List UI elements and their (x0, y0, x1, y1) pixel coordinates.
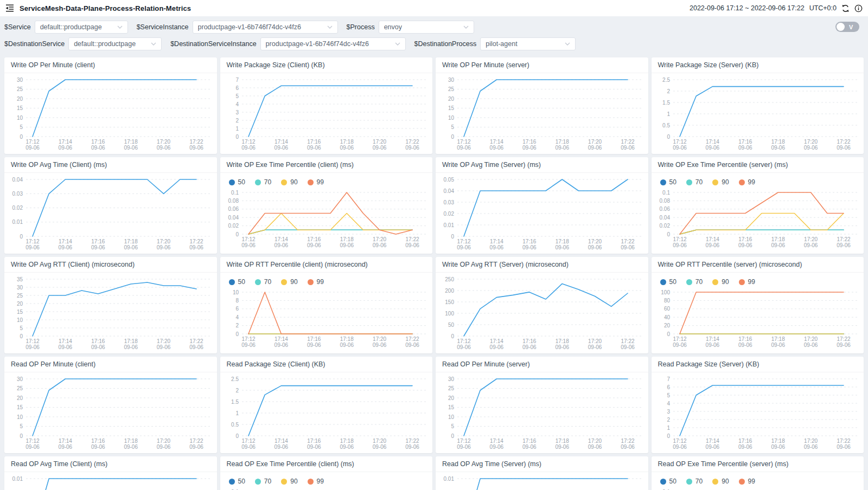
legend-item[interactable]: 90 (712, 478, 729, 485)
line-chart[interactable]: 0510152025303517:1209-0617:1409-0617:160… (8, 274, 213, 351)
svg-text:5: 5 (667, 392, 670, 398)
legend-item[interactable]: 90 (281, 478, 297, 485)
svg-text:17:20: 17:20 (373, 336, 386, 342)
svg-text:5: 5 (451, 124, 454, 130)
svg-text:0.01: 0.01 (444, 222, 455, 228)
line-chart[interactable]: 00.010.020.030.0417:1209-0617:1409-0617:… (8, 174, 213, 251)
line-chart[interactable]: 05101520253017:1209-0617:1409-0617:1609-… (8, 373, 213, 450)
svg-text:17:16: 17:16 (522, 238, 536, 244)
legend-item[interactable]: 70 (686, 178, 703, 186)
svg-text:17:18: 17:18 (556, 438, 569, 444)
view-mode-toggle[interactable]: V (835, 22, 859, 32)
legend-item[interactable]: 50 (660, 178, 676, 186)
legend-item[interactable]: 99 (308, 278, 324, 286)
legend-item[interactable]: 70 (255, 178, 271, 186)
line-chart[interactable]: 00.020.040.060.080.117:1209-0617:1409-06… (224, 486, 429, 490)
svg-text:0.01: 0.01 (12, 476, 23, 482)
svg-text:09-06: 09-06 (307, 342, 321, 348)
time-range[interactable]: 2022-09-06 17:12 ~ 2022-09-06 17:22 (690, 4, 805, 12)
svg-text:17:14: 17:14 (490, 438, 503, 444)
chart-title: Write OP Avg RTT (Server) (microsecond) (436, 257, 648, 273)
line-chart[interactable]: 00.020.040.060.080.117:1209-0617:1409-06… (224, 187, 429, 249)
line-chart[interactable]: 02040608010017:1209-0617:1409-0617:1609-… (655, 287, 860, 349)
legend-label: 70 (264, 178, 271, 186)
svg-text:09-06: 09-06 (673, 444, 687, 450)
svg-text:80: 80 (663, 298, 670, 304)
svg-text:0.04: 0.04 (659, 215, 670, 221)
legend-item[interactable]: 90 (712, 178, 729, 186)
svg-text:17:20: 17:20 (373, 236, 386, 242)
chart-card: Write OP Exe Time Percentile (client) (m… (220, 157, 433, 254)
collapse-menu-icon[interactable] (5, 4, 14, 12)
legend-item[interactable]: 70 (686, 478, 703, 485)
legend-item[interactable]: 99 (739, 478, 755, 485)
line-chart[interactable]: 00.010.020.030.040.0517:1209-0617:1409-0… (439, 174, 644, 251)
line-chart[interactable]: 00.0117:1209-0617:1409-0617:1609-0617:18… (439, 473, 644, 490)
svg-text:0.04: 0.04 (444, 188, 455, 194)
svg-text:17:22: 17:22 (621, 338, 634, 344)
chart-card: Read Package Size (Server) (KB)012345671… (652, 357, 864, 453)
svg-text:15: 15 (17, 105, 23, 111)
process-select[interactable]: envoy (379, 21, 474, 34)
chart-card: Write OP Exe Time Percentile (server) (m… (652, 157, 864, 254)
chart-title: Write OP Per Minute (server) (436, 57, 648, 73)
destination-service-select[interactable]: default::productpage (68, 37, 162, 50)
svg-text:0: 0 (20, 333, 23, 339)
info-icon[interactable] (854, 4, 863, 12)
svg-text:09-06: 09-06 (124, 145, 138, 151)
legend-item[interactable]: 90 (712, 278, 729, 286)
chart-card: Write OP Avg Time (Server) (ms)00.010.02… (436, 157, 648, 254)
line-chart[interactable]: 05101520253017:1209-0617:1409-0617:1609-… (8, 74, 213, 151)
svg-text:17:18: 17:18 (771, 236, 784, 242)
legend-item[interactable]: 50 (229, 178, 245, 186)
refresh-icon[interactable] (841, 4, 850, 12)
svg-text:25: 25 (17, 293, 23, 299)
svg-text:4: 4 (235, 101, 239, 107)
svg-text:17:14: 17:14 (274, 336, 288, 342)
line-chart[interactable]: 05101520253017:1209-0617:1409-0617:1609-… (439, 373, 644, 450)
legend-item[interactable]: 70 (255, 478, 271, 485)
legend-item[interactable]: 70 (686, 278, 703, 286)
line-chart[interactable]: 00.020.040.060.080.117:1209-0617:1409-06… (655, 187, 860, 249)
line-chart[interactable]: 00.020.040.060.080.117:1209-0617:1409-06… (655, 486, 860, 490)
svg-text:10: 10 (448, 115, 455, 121)
line-chart[interactable]: 00.0117:1209-0617:1409-0617:1609-0617:18… (8, 473, 213, 490)
line-chart[interactable]: 0123456717:1209-0617:1409-0617:1609-0617… (655, 373, 860, 450)
svg-text:09-06: 09-06 (372, 342, 386, 348)
legend-item[interactable]: 99 (308, 178, 324, 186)
line-chart[interactable]: 00.511.522.517:1209-0617:1409-0617:1609-… (655, 74, 860, 151)
legend-item[interactable]: 50 (229, 478, 245, 485)
legend-item[interactable]: 50 (660, 278, 676, 286)
line-chart[interactable]: 00.511.522.517:1209-0617:1409-0617:1609-… (224, 373, 429, 450)
destination-service-instance-select[interactable]: productpage-v1-6b746f74dc-v4fz6 (260, 37, 406, 50)
legend-item[interactable]: 90 (281, 278, 297, 286)
svg-text:09-06: 09-06 (189, 244, 203, 250)
destination-process-select[interactable]: pilot-agent (480, 37, 576, 50)
legend-item[interactable]: 50 (229, 278, 245, 286)
service-select[interactable]: default::productpage (35, 21, 128, 34)
legend-item[interactable]: 90 (281, 178, 297, 186)
legend-item[interactable]: 99 (308, 478, 324, 485)
legend-item[interactable]: 99 (739, 278, 755, 286)
svg-text:09-06: 09-06 (372, 145, 386, 151)
line-chart[interactable]: 05010015020025017:1209-0617:1409-0617:16… (439, 274, 644, 351)
svg-text:17:12: 17:12 (673, 336, 686, 342)
svg-text:09-06: 09-06 (307, 242, 321, 248)
service-instance-select[interactable]: productpage-v1-6b746f74dc-v4fz6 (193, 21, 338, 34)
svg-text:17:22: 17:22 (837, 438, 850, 444)
line-chart[interactable]: 05101520253017:1209-0617:1409-0617:1609-… (439, 74, 644, 151)
legend-item[interactable]: 50 (660, 478, 676, 485)
svg-text:0: 0 (235, 231, 239, 237)
chart-title: Read Package Size (Client) (KB) (220, 357, 433, 372)
line-chart[interactable]: 0123456717:1209-0617:1409-0617:1609-0617… (224, 74, 429, 151)
legend-item[interactable]: 70 (255, 278, 271, 286)
legend-item[interactable]: 99 (739, 178, 755, 186)
legend-label: 99 (748, 278, 755, 286)
svg-text:17:14: 17:14 (705, 139, 719, 145)
chart-title: Read OP Exe Time Percentile (client) (ms… (220, 456, 433, 472)
line-chart[interactable]: 024681017:1209-0617:1409-0617:1609-0617:… (224, 287, 429, 349)
svg-text:17:22: 17:22 (621, 139, 634, 145)
page-title: ServiceMesh-Data-Plane-Process-Relation-… (20, 4, 191, 12)
svg-text:17:20: 17:20 (373, 139, 386, 145)
svg-text:25: 25 (17, 385, 23, 391)
